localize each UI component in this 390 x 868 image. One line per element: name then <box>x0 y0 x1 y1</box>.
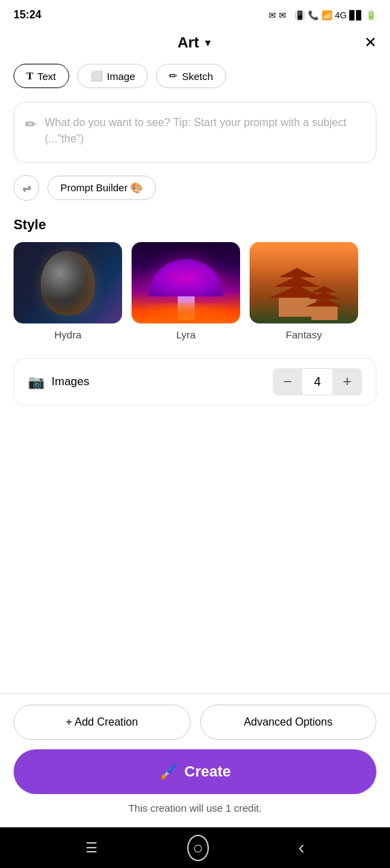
style-name-hydra: Hydra <box>54 329 81 340</box>
images-left: 📷 Images <box>28 374 90 390</box>
mushroom-cap <box>149 259 223 296</box>
lyra-background <box>132 242 240 323</box>
pagoda-secondary <box>303 286 346 320</box>
shuffle-icon: ⇌ <box>22 182 31 195</box>
image-tab-icon: ⬜ <box>90 70 103 82</box>
action-row: + Add Creation Advanced Options <box>14 705 376 740</box>
signal-4g-icon: 4G <box>335 10 347 20</box>
style-name-lyra: Lyra <box>176 329 196 340</box>
images-row: 📷 Images − 4 + <box>14 358 376 406</box>
create-emoji: 🖌️ <box>159 763 178 781</box>
style-name-fantasy: Fantasy <box>286 329 321 340</box>
prompt-builder-label: Prompt Builder 🎨 <box>60 182 143 194</box>
camera-icon: 📷 <box>28 374 45 390</box>
pagoda2-roof-2 <box>307 292 343 299</box>
create-button[interactable]: 🖌️ Create <box>14 749 376 794</box>
style-section: Style Hydra <box>0 208 390 346</box>
prompt-builder-row: ⇌ Prompt Builder 🎨 <box>0 168 390 208</box>
style-item-hydra[interactable]: Hydra <box>14 242 122 340</box>
style-img-fantasy <box>250 242 358 323</box>
text-tab-label: Text <box>37 71 56 82</box>
pagoda2-roof-1 <box>310 286 338 293</box>
fantasy-background <box>250 242 358 323</box>
close-button[interactable]: ✕ <box>364 34 376 52</box>
tab-image[interactable]: ⬜ Image <box>77 64 149 88</box>
pagoda-roof-2 <box>272 276 323 287</box>
bottom-actions: + Add Creation Advanced Options 🖌️ Creat… <box>0 694 390 827</box>
wifi-icon: 📶 <box>321 10 332 20</box>
header-title: Art ▼ <box>178 34 213 52</box>
style-img-lyra <box>132 242 240 323</box>
nav-home-icon[interactable]: ○ <box>187 835 209 861</box>
create-label: Create <box>184 763 231 781</box>
hydra-background <box>14 242 122 323</box>
sketch-tab-icon: ✏ <box>169 70 178 82</box>
style-item-lyra[interactable]: Lyra <box>132 242 240 340</box>
android-nav-bar: ☰ ○ ‹ <box>0 827 390 868</box>
pagoda2-body <box>311 306 338 320</box>
tab-bar: T Text ⬜ Image ✏ Sketch <box>0 58 390 96</box>
signal-bars-icon: ▊▊ <box>349 10 363 20</box>
prompt-edit-icon: ✏ <box>25 116 37 132</box>
tab-text[interactable]: T Text <box>14 64 69 88</box>
battery-icon: 🔋 <box>366 10 376 20</box>
advanced-options-button[interactable]: Advanced Options <box>200 705 377 740</box>
nav-menu-icon[interactable]: ☰ <box>85 840 98 856</box>
app-title: Art <box>178 34 199 52</box>
images-decrement-button[interactable]: − <box>273 368 303 395</box>
prompt-builder-button[interactable]: Prompt Builder 🎨 <box>47 176 156 200</box>
images-increment-button[interactable]: + <box>332 368 362 395</box>
style-item-fantasy[interactable]: Fantasy <box>250 242 358 340</box>
pagoda2-roof-3 <box>303 298 346 307</box>
vibrate-icon: 📳 <box>294 10 305 20</box>
pagoda-roof-1 <box>277 268 317 277</box>
add-creation-button[interactable]: + Add Creation <box>14 705 191 740</box>
helmet-shape <box>41 251 95 315</box>
style-img-hydra <box>14 242 122 323</box>
image-tab-label: Image <box>107 71 136 82</box>
header: Art ▼ ✕ <box>0 27 390 58</box>
images-count: 4 <box>303 368 332 395</box>
call-icon: 📞 <box>308 10 319 20</box>
spacer <box>0 418 390 693</box>
status-bar: 15:24 ✉ ✉ 📳 📞 📶 4G ▊▊ 🔋 <box>0 0 390 27</box>
tab-sketch[interactable]: ✏ Sketch <box>156 64 226 88</box>
credit-text: This creation will use 1 credit. <box>14 802 376 814</box>
shuffle-button[interactable]: ⇌ <box>14 175 39 201</box>
status-icons: ✉ ✉ 📳 📞 📶 4G ▊▊ 🔋 <box>269 10 376 20</box>
images-label: Images <box>52 375 90 389</box>
text-tab-icon: T <box>26 71 33 82</box>
sketch-tab-label: Sketch <box>182 71 213 82</box>
mushroom-glow <box>145 303 227 323</box>
nav-back-icon[interactable]: ‹ <box>298 837 305 859</box>
style-grid: Hydra Lyra <box>14 242 376 340</box>
prompt-placeholder: What do you want to see? Tip: Start your… <box>45 115 365 147</box>
prompt-container[interactable]: ✏ What do you want to see? Tip: Start yo… <box>14 102 376 163</box>
status-time: 15:24 <box>14 9 41 21</box>
email-icon: ✉ ✉ <box>269 10 286 20</box>
images-counter: − 4 + <box>273 368 362 395</box>
style-label: Style <box>14 217 376 233</box>
dropdown-icon[interactable]: ▼ <box>203 37 212 48</box>
